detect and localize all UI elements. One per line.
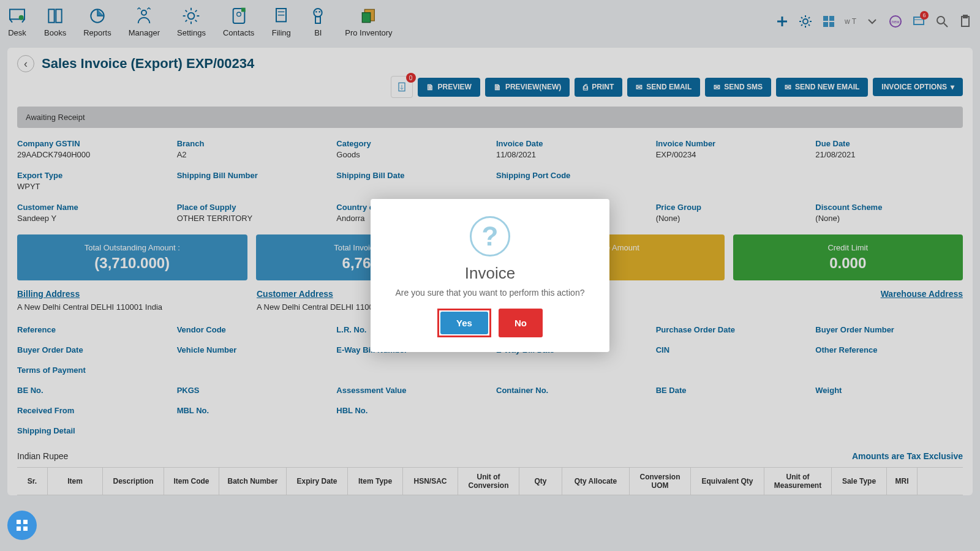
svg-rect-32 — [17, 527, 21, 531]
fab-button[interactable] — [7, 511, 37, 540]
question-icon: ? — [470, 216, 510, 257]
svg-rect-33 — [23, 527, 28, 531]
modal-title: Invoice — [385, 264, 595, 283]
yes-highlight: Yes — [437, 309, 491, 337]
confirm-modal: ? Invoice Are you sure that you want to … — [371, 199, 609, 352]
svg-rect-30 — [17, 520, 21, 524]
modal-overlay: ? Invoice Are you sure that you want to … — [0, 0, 980, 551]
modal-yes-button[interactable]: Yes — [440, 312, 488, 334]
grid-icon — [15, 518, 29, 533]
svg-rect-31 — [23, 520, 28, 524]
modal-no-button[interactable]: No — [499, 309, 543, 337]
modal-message: Are you sure that you want to perform th… — [385, 288, 595, 298]
